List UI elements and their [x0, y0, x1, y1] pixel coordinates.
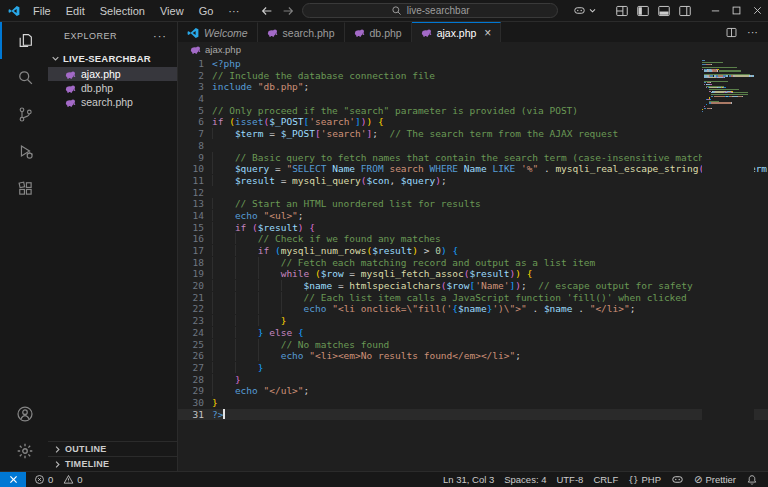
panel-right-button[interactable]: [674, 0, 695, 21]
tab-search-php[interactable]: search.php: [258, 22, 345, 42]
code-line[interactable]: 5// Only proceed if the "search" paramet…: [178, 105, 768, 117]
activity-source-control-icon[interactable]: [0, 96, 48, 133]
forward-button[interactable]: [281, 4, 295, 18]
breadcrumb[interactable]: ajax.php: [178, 42, 768, 56]
folder-root[interactable]: LIVE-SEARCHBAR: [48, 50, 177, 67]
code-line[interactable]: 3include "db.php";: [178, 81, 768, 93]
panel-bottom-button[interactable]: [653, 0, 674, 21]
tab-bar: Welcomesearch.phpdb.phpajax.php× ···: [178, 22, 768, 42]
code-line[interactable]: 28 }: [178, 374, 768, 386]
code-line[interactable]: 17 if (mysqli_num_rows($result) > 0) {: [178, 245, 768, 257]
code-line[interactable]: 19 while ($row = mysqli_fetch_assoc($res…: [178, 268, 768, 280]
line-number: 21: [178, 292, 212, 304]
split-editor-icon[interactable]: [725, 26, 738, 39]
code-line[interactable]: 10 $query = "SELECT Name FROM search WHE…: [178, 163, 768, 175]
code-line[interactable]: 4: [178, 93, 768, 105]
code-line[interactable]: 15 if ($result) {: [178, 222, 768, 234]
code-line[interactable]: 22 echo "<li onclick=\"fill('{$name}')\"…: [178, 303, 768, 315]
status-label: Ln 31, Col 3: [443, 474, 494, 485]
code-line[interactable]: 29 echo "</ul>";: [178, 385, 768, 397]
formatter[interactable]: ⊘Prettier: [689, 472, 741, 487]
minimap[interactable]: [702, 58, 754, 471]
eol[interactable]: CRLF: [588, 472, 623, 487]
warnings[interactable]: 0: [58, 472, 87, 487]
file-ajax.php[interactable]: ajax.php: [48, 67, 177, 81]
line-number: 14: [178, 210, 212, 222]
search-input[interactable]: live-searchbar: [302, 3, 558, 18]
explorer-header: EXPLORER ···: [48, 22, 177, 50]
code-line[interactable]: 25 // No matches found: [178, 339, 768, 351]
code-line[interactable]: 30}: [178, 397, 768, 409]
code-line[interactable]: 7 $term = $_POST['search']; // The searc…: [178, 128, 768, 140]
code-line[interactable]: 8: [178, 140, 768, 152]
code-editor[interactable]: 1<?php2// Include the database connectio…: [178, 56, 768, 471]
cursor-position[interactable]: Ln 31, Col 3: [438, 472, 499, 487]
file-db.php[interactable]: db.php: [48, 81, 177, 95]
code-line[interactable]: 11 $result = mysqli_query($con, $query);: [178, 175, 768, 187]
code-line[interactable]: 31?>: [178, 409, 768, 421]
menu-more[interactable]: ···: [221, 3, 246, 19]
code-line[interactable]: 26 echo "<li><em>No results found</em></…: [178, 350, 768, 362]
tab-ajax-php[interactable]: ajax.php×: [412, 22, 502, 42]
code-line[interactable]: 24 } else {: [178, 327, 768, 339]
copilot-status[interactable]: [666, 472, 689, 487]
explorer-actions-icon[interactable]: ···: [153, 30, 167, 42]
code-line[interactable]: 9 // Basic query to fetch names that con…: [178, 152, 768, 164]
code-line[interactable]: 21 // Each list item calls a JavaScript …: [178, 292, 768, 304]
code-line[interactable]: 13 // Start an HTML unordered list for r…: [178, 198, 768, 210]
menu-go[interactable]: Go: [192, 3, 221, 19]
command-center: live-searchbar: [246, 3, 611, 18]
code-line[interactable]: 16 // Check if we found any matches: [178, 233, 768, 245]
maximize-button[interactable]: [726, 0, 747, 21]
activity-account-icon[interactable]: [0, 395, 48, 432]
activity-search-icon[interactable]: [0, 59, 48, 96]
timeline-section[interactable]: TIMELINE: [48, 456, 177, 471]
menu-selection[interactable]: Selection: [93, 3, 152, 19]
code-line[interactable]: 1<?php: [178, 58, 768, 70]
activity-explorer-icon[interactable]: [0, 22, 48, 59]
activity-run-debug-icon[interactable]: [0, 133, 48, 170]
menu-file[interactable]: File: [26, 3, 58, 19]
code-line[interactable]: 6if (isset($_POST['search'])) {: [178, 116, 768, 128]
code-line[interactable]: 20 $name = htmlspecialchars($row['Name']…: [178, 280, 768, 292]
indentation[interactable]: Spaces: 4: [499, 472, 551, 487]
outline-section[interactable]: OUTLINE: [48, 441, 177, 456]
close-button[interactable]: [747, 0, 768, 21]
code-text: echo "</ul>";: [212, 385, 768, 397]
code-line[interactable]: 27 }: [178, 362, 768, 374]
code-line[interactable]: 18 // Fetch each matching record and out…: [178, 257, 768, 269]
notifications[interactable]: [741, 472, 763, 487]
code-text: [212, 93, 768, 105]
tab-label: ajax.php: [437, 27, 477, 39]
explorer-title: EXPLORER: [64, 31, 117, 41]
line-number: 23: [178, 315, 212, 327]
back-button[interactable]: [260, 4, 274, 18]
code-line[interactable]: 12: [178, 187, 768, 199]
code-line[interactable]: 23 }: [178, 315, 768, 327]
file-search.php[interactable]: search.php: [48, 95, 177, 109]
activity-settings-icon[interactable]: [0, 432, 48, 469]
menu-edit[interactable]: Edit: [59, 3, 92, 19]
activity-extensions-icon[interactable]: [0, 170, 48, 207]
remote-indicator[interactable]: [0, 472, 26, 487]
line-number: 15: [178, 222, 212, 234]
minimize-button[interactable]: [705, 0, 726, 21]
tab-db-php[interactable]: db.php: [345, 22, 412, 42]
panel-left-button[interactable]: [632, 0, 653, 21]
encoding[interactable]: UTF-8: [551, 472, 588, 487]
file-label: search.php: [81, 96, 133, 108]
code-text: ?>: [212, 409, 768, 421]
code-text: // No matches found: [212, 339, 768, 351]
more-actions-icon[interactable]: ···: [747, 26, 758, 38]
code-line[interactable]: 14 echo "<ul>";: [178, 210, 768, 222]
code-text: if (isset($_POST['search'])) {: [212, 116, 768, 128]
errors[interactable]: 0: [29, 472, 58, 487]
timeline-chevron-icon: [53, 460, 62, 469]
close-icon[interactable]: ×: [484, 28, 491, 38]
customize-layout-button[interactable]: [611, 0, 632, 21]
language-mode[interactable]: {}PHP: [623, 472, 666, 487]
tab-welcome[interactable]: Welcome: [178, 22, 258, 42]
copilot-menu[interactable]: [573, 4, 597, 17]
code-line[interactable]: 2// Include the database connection file: [178, 70, 768, 82]
menu-view[interactable]: View: [153, 3, 191, 19]
